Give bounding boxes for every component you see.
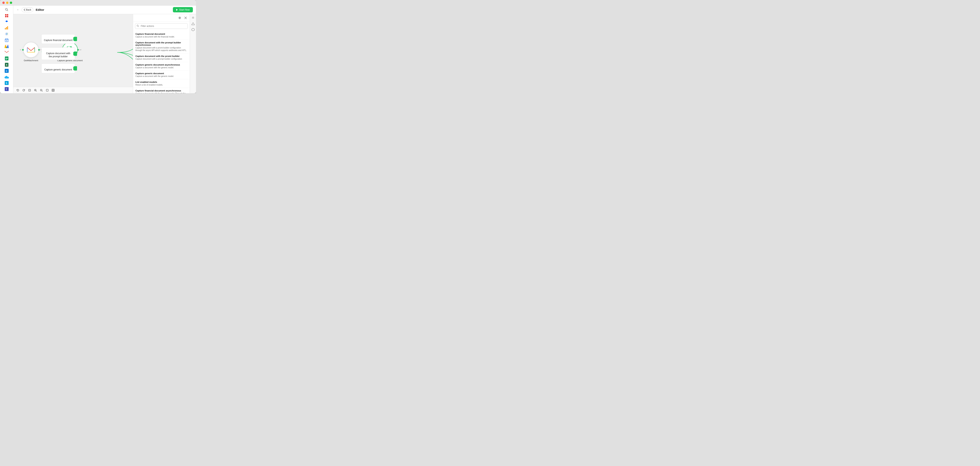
table-button[interactable] [51,88,55,93]
svg-text:X: X [6,64,8,66]
sidebar-icon-google[interactable] [3,32,10,37]
close-button[interactable] [2,2,5,4]
action-item-1[interactable]: Capture document with the prompt builder… [133,40,190,53]
svg-rect-19 [5,58,8,58]
svg-rect-21 [5,59,7,59]
sidebar-icon-cloud[interactable] [3,74,10,79]
settings-panel-button[interactable] [178,16,182,20]
sidebar-icon-drive[interactable] [3,44,10,49]
svg-line-39 [36,91,37,91]
sidebar: 31 X O S T [0,5,13,93]
svg-point-49 [179,18,180,18]
right-drive-icon[interactable] [191,22,195,26]
fit-button[interactable] [27,88,32,93]
action-item-title-0: Capture financial document [135,33,188,35]
close-panel-button[interactable] [183,16,188,20]
action-item-3[interactable]: Capture generic document asynchronousCap… [133,62,190,71]
svg-marker-30 [176,9,178,11]
right-api-icon[interactable] [191,27,195,32]
action-item-6[interactable]: Capture financial document asynchronousC… [133,88,190,93]
action-item-title-2: Capture document with the promt builder [135,55,188,57]
page-title: Editor [36,8,44,11]
floating-node-3[interactable]: Capture generic document [41,64,75,73]
svg-text:O: O [6,70,8,72]
minimize-button[interactable] [6,2,8,4]
action-item-desc-2: Capture document with a prompt builder c… [135,58,188,60]
svg-text:T: T [6,88,7,91]
svg-rect-7 [5,28,6,29]
action-item-0[interactable]: Capture financial documentCapture a docu… [133,31,190,40]
output-port-gmail[interactable] [38,49,40,51]
capture-financial-card[interactable]: Capture financial document [41,34,75,44]
svg-marker-6 [5,21,8,23]
right-icon-panel [190,14,196,93]
svg-rect-9 [7,26,8,29]
card-connector-2 [74,52,77,56]
sidebar-icon-puzzle[interactable] [3,13,10,18]
app-window: 31 X O S T [0,0,196,93]
input-port[interactable] [22,49,24,51]
svg-marker-55 [192,28,194,31]
right-settings-icon[interactable] [191,16,195,20]
sidebar-icon-search[interactable] [3,7,10,12]
sidebar-icon-teams[interactable]: T [3,87,10,92]
filter-actions-input[interactable] [135,23,188,29]
bottom-toolbar [13,87,133,93]
undo-button[interactable] [16,88,20,93]
action-item-desc-3: Capture a document with the generic mode… [135,66,188,69]
action-item-5[interactable]: List enabled modelsReturn a list of enab… [133,79,190,88]
get-attachment-node[interactable]: in [23,42,39,62]
svg-rect-2 [5,14,6,16]
floating-node-1[interactable]: Capture financial document [41,34,75,44]
main-area: » Back Editor Start flow [13,5,196,93]
action-item-desc-6: Capture a document with the financial mo… [135,92,188,93]
sidebar-icon-chart[interactable] [3,26,10,30]
gmail-node-circle[interactable] [23,42,39,58]
svg-rect-5 [7,16,8,17]
sidebar-icon-s[interactable]: S [3,81,10,86]
capture-prompt-card-label: Capture document with the prompt builder [46,52,70,58]
zoom-in-button[interactable] [33,88,38,93]
action-item-2[interactable]: Capture document with the promt builderC… [133,53,190,62]
sidebar-icon-outlook[interactable]: O [3,68,10,73]
action-item-title-6: Capture financial document asynchronous [135,89,188,92]
capture-financial-card-label: Capture financial document [44,39,73,42]
svg-line-53 [138,26,139,27]
svg-rect-4 [7,14,8,16]
action-item-desc-4: Capture a document with the generic mode… [135,75,188,78]
app-layout: 31 X O S T [0,5,196,93]
filter-wrapper [135,23,188,29]
zoom-out-button[interactable] [39,88,43,93]
capture-prompt-card[interactable]: Capture document with the prompt builder [41,47,75,60]
svg-line-42 [42,91,43,91]
filter-search-icon [137,25,139,28]
sidebar-icon-excel[interactable]: X [3,62,10,67]
back-button[interactable]: Back [22,8,33,12]
sidebar-icon-calendar[interactable]: 31 [3,38,10,43]
svg-line-1 [7,10,8,11]
floating-nodes: Capture financial document Capture docum… [41,34,75,73]
maximize-button[interactable] [10,2,12,4]
action-item-desc-0: Capture a document with the financial mo… [135,35,188,38]
action-item-4[interactable]: Capture generic documentCapture a docume… [133,71,190,79]
sidebar-icon-gmail[interactable] [3,50,10,55]
action-item-title-3: Capture generic document asynchronous [135,64,188,66]
select-button[interactable] [45,88,49,93]
capture-generic-card[interactable]: Capture generic document [41,64,75,73]
svg-marker-54 [191,22,195,25]
sidebar-icon-dropbox[interactable] [3,19,10,24]
canvas[interactable]: in [13,14,133,93]
svg-rect-20 [5,59,8,59]
svg-rect-3 [5,16,6,17]
action-item-desc-1: Capture document with a promt builder co… [135,46,188,52]
floating-node-2[interactable]: Capture document with the prompt builder [41,47,75,60]
action-item-title-5: List enabled models [135,81,188,83]
svg-text:S: S [6,82,7,85]
start-flow-button[interactable]: Start flow [173,7,193,12]
action-item-desc-5: Return a list of enabled models. [135,84,188,86]
redo-button[interactable] [22,88,26,93]
sidebar-icon-sheets[interactable] [3,56,10,61]
action-item-title-1: Capture document with the prompt builder… [135,41,188,46]
output-port-doc[interactable] [77,49,79,51]
expand-icon[interactable]: » [16,9,19,11]
